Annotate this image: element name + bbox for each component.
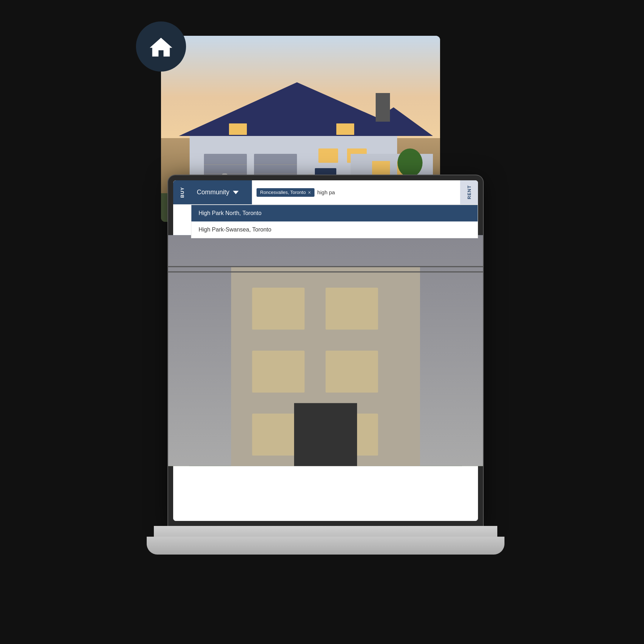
laptop-screen: BUY Community Roncesvalles, Toronto × xyxy=(173,180,478,521)
svg-point-26 xyxy=(397,148,423,177)
svg-rect-61 xyxy=(376,299,420,378)
property-grid xyxy=(173,297,478,380)
svg-rect-63 xyxy=(376,299,378,330)
property-card-3[interactable] xyxy=(376,299,467,378)
main-scene: BUY Community Roncesvalles, Toronto × xyxy=(125,18,519,626)
svg-rect-13 xyxy=(318,148,338,163)
suggestion-high-park-north[interactable]: High Park North, Toronto xyxy=(191,205,478,221)
svg-rect-23 xyxy=(372,161,390,175)
suggestion-high-park-swansea[interactable]: High Park-Swansea, Toronto xyxy=(191,221,478,238)
laptop: BUY Community Roncesvalles, Toronto × xyxy=(154,175,497,612)
home-icon-circle[interactable] xyxy=(136,21,186,72)
laptop-bottom xyxy=(147,537,504,555)
svg-rect-65 xyxy=(376,351,378,378)
svg-rect-21 xyxy=(376,93,390,122)
home-icon xyxy=(148,34,174,59)
svg-marker-0 xyxy=(150,38,172,57)
svg-rect-19 xyxy=(229,123,247,135)
screen-content: BUY Community Roncesvalles, Toronto × xyxy=(173,180,478,521)
svg-rect-20 xyxy=(336,123,354,135)
laptop-screen-outer: BUY Community Roncesvalles, Toronto × xyxy=(168,175,483,526)
property-house-svg-3 xyxy=(376,299,467,378)
dropdown-suggestions: High Park North, Toronto High Park-Swans… xyxy=(191,205,478,238)
